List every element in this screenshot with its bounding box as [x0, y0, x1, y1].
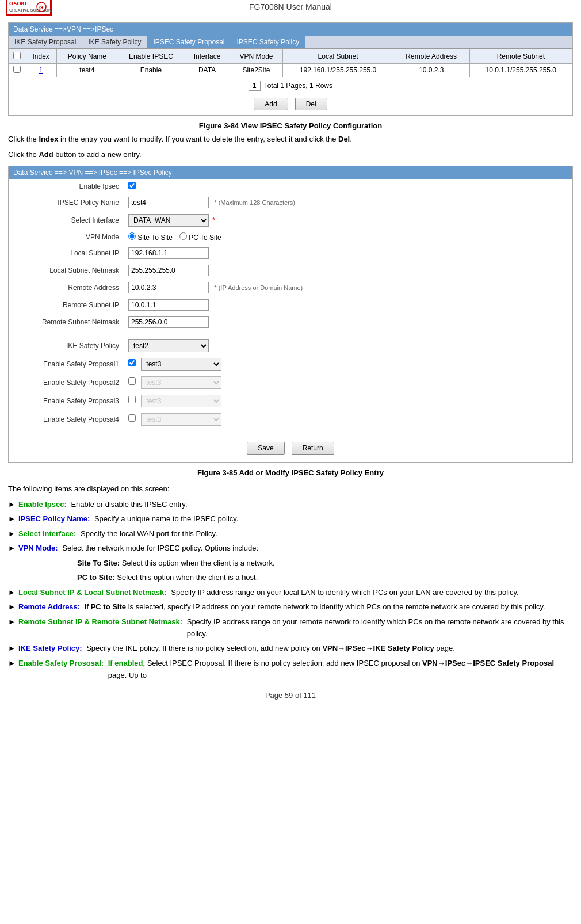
desc-val-select-interface: Specify the local WAN port for this Poli… [81, 528, 217, 540]
enable-ipsec-label: Enable Ipsec [9, 179, 124, 194]
remote-subnet-netmask-input[interactable] [128, 316, 209, 328]
ipsec-policy-table: Index Policy Name Enable IPSEC Interface… [9, 49, 572, 77]
del-bold: Del [338, 135, 350, 143]
desc-key-remote-address: Remote Address: [18, 601, 80, 613]
desc-val-ike-safety-policy: Specify the IKE policy. If there is no p… [86, 642, 455, 654]
desc-arrow-9: ► [8, 657, 18, 682]
site-to-site-bold: Site To Site: [77, 559, 120, 567]
enable-safety-proposal1-dropdown[interactable]: test3 [141, 358, 221, 371]
page-header: GAOKE CREATIVE SOLUTION G FG7008N User M… [0, 0, 581, 14]
vpn-mode-pc-to-site-label[interactable]: PC To Site [179, 232, 221, 242]
vpn-ipsec-ike-bold: VPN→IPSec→IKE Safety Policy [322, 644, 434, 652]
local-subnet-netmask-input[interactable] [128, 265, 209, 276]
tab-ipsec-safety-proposal[interactable]: IPSEC Safety Proposal [147, 36, 231, 48]
row-enable-ipsec: Enable [117, 64, 185, 77]
desc-item-enable-safety-prososal: ► Enable Safety Prososal: If enabled, Se… [8, 657, 573, 682]
return-button[interactable]: Return [292, 442, 334, 455]
col-checkbox [9, 49, 25, 64]
vpn-ipsec-proposal-bold: VPN→IPSec→IPSEC Safety Proposal [422, 659, 554, 667]
top-panel-banner: Data Service ==>VPN ==>IPSec [9, 23, 572, 36]
field-enable-safety-proposal3: Enable Safety Proposal3 test3 [9, 392, 572, 410]
form-buttons-cell: Save Return [9, 434, 572, 462]
tab-ipsec-safety-policy[interactable]: IPSEC Safety Policy [231, 36, 306, 48]
desc-val-remote-subnet: Specify IP address range on your remote … [187, 616, 573, 640]
row-select-checkbox[interactable] [13, 66, 21, 73]
table-row: 1 test4 Enable DATA Site2Site 192.168.1/… [9, 64, 572, 77]
row-vpn-mode: Site2Site [230, 64, 283, 77]
vpn-mode-pc-to-site-text: PC To Site [189, 234, 221, 242]
desc-val-local-subnet: Specify IP address range on your local L… [171, 586, 518, 598]
desc-arrow-4: ► [8, 542, 18, 554]
enable-safety-proposal4-cell: test3 [124, 410, 572, 429]
remote-subnet-netmask-label: Remote Subnet Netmask [9, 314, 124, 331]
enable-safety-proposal4-checkbox[interactable] [128, 414, 136, 422]
row-local-subnet: 192.168.1/255.255.255.0 [283, 64, 393, 77]
pagination-row: 1 Total 1 Pages, 1 Rows [9, 77, 572, 94]
field-ipsec-policy-name: IPSEC Policy Name * (Maximum 128 Charact… [9, 194, 572, 211]
local-subnet-ip-cell [124, 245, 572, 262]
enable-safety-proposal3-checkbox[interactable] [128, 396, 136, 403]
field-enable-safety-proposal4: Enable Safety Proposal4 test3 [9, 410, 572, 429]
select-interface-dropdown[interactable]: DATA_WAN [128, 214, 209, 227]
enable-safety-proposal1-checkbox[interactable] [128, 359, 136, 366]
enable-ipsec-value [124, 179, 572, 194]
vpn-mode-site-to-site-text: Site To Site [137, 234, 172, 242]
enable-safety-proposal2-dropdown[interactable]: test3 [141, 376, 221, 389]
tab-ike-safety-policy[interactable]: IKE Safety Policy [82, 36, 147, 48]
ipsec-policy-name-input[interactable] [128, 197, 209, 208]
figure85-title: Figure 3-85 Add or Modify IPSEC Safety P… [197, 468, 384, 477]
desc-item-site-to-site: Site To Site: Select this option when th… [8, 557, 573, 569]
enable-safety-proposal3-dropdown[interactable]: test3 [141, 395, 221, 407]
field-spacer2 [9, 429, 572, 434]
col-interface: Interface [185, 49, 230, 64]
row-policy-name: test4 [57, 64, 117, 77]
ike-safety-policy-cell: test2 [124, 337, 572, 355]
remote-address-cell: * (IP Address or Domain Name) [124, 279, 572, 296]
remote-subnet-ip-input[interactable] [128, 299, 209, 311]
vpn-mode-pc-to-site-radio[interactable] [179, 232, 187, 240]
page-number: 1 [249, 81, 261, 91]
enable-safety-proposal4-dropdown[interactable]: test3 [141, 413, 221, 426]
select-all-checkbox[interactable] [13, 52, 21, 59]
local-subnet-ip-input[interactable] [128, 247, 209, 259]
remote-address-input[interactable] [128, 282, 209, 293]
remote-address-hint: * (IP Address or Domain Name) [214, 284, 303, 291]
if-enabled-text: If enabled, [108, 659, 145, 667]
row-index: 1 [25, 64, 57, 77]
tab-ike-safety-proposal[interactable]: IKE Safety Proposal [9, 36, 82, 48]
desc-val-ipsec-policy-name: Specify a unique name to the IPSEC polic… [94, 513, 239, 525]
select-interface-label: Select Interface [9, 211, 124, 230]
ike-safety-policy-dropdown[interactable]: test2 [128, 339, 209, 352]
enable-safety-proposal3-label: Enable Safety Proposal3 [9, 392, 124, 410]
pagination-text: Total 1 Pages, 1 Rows [264, 82, 332, 90]
col-index: Index [25, 49, 57, 64]
tab-bar: IKE Safety Proposal IKE Safety Policy IP… [9, 36, 572, 49]
vpn-mode-site-to-site-radio[interactable] [128, 232, 136, 240]
desc-key-local-subnet: Local Subnet IP & Local Subnet Netmask: [18, 586, 167, 598]
form-table: Enable Ipsec IPSEC Policy Name * (Maximu… [9, 179, 572, 462]
ipsec-policy-name-label: IPSEC Policy Name [9, 194, 124, 211]
field-ike-safety-policy: IKE Safety Policy test2 [9, 337, 572, 355]
desc-val-pc-to-site: PC to Site: Select this option when the … [77, 571, 258, 583]
row-interface: DATA [185, 64, 230, 77]
enable-safety-proposal2-label: Enable Safety Proposal2 [9, 373, 124, 392]
desc-arrow-8: ► [8, 642, 18, 654]
vpn-mode-site-to-site-label[interactable]: Site To Site [128, 232, 173, 242]
index-link[interactable]: 1 [39, 66, 43, 74]
logo-area: GAOKE CREATIVE SOLUTION G [6, 0, 52, 16]
enable-safety-proposal2-cell: test3 [124, 373, 572, 392]
figure84-title: Figure 3-84 View IPSEC Safety Policy Con… [199, 121, 382, 130]
desc-val-remote-address: If PC to Site is selected, specify IP ad… [85, 601, 545, 613]
enable-safety-proposal2-checkbox[interactable] [128, 377, 136, 385]
enable-ipsec-checkbox[interactable] [128, 182, 136, 189]
field-spacer1 [9, 331, 572, 337]
desc-key-ike-safety-policy: IKE Safety Policy: [18, 642, 82, 654]
description-section: The following items are displayed on thi… [8, 483, 573, 682]
desc-item-select-interface: ► Select Interface: Specify the local WA… [8, 528, 573, 540]
select-interface-cell: DATA_WAN * [124, 211, 572, 230]
save-button[interactable]: Save [247, 442, 284, 455]
del-button[interactable]: Del [295, 98, 327, 110]
field-enable-ipsec: Enable Ipsec [9, 179, 572, 194]
desc-arrow-5: ► [8, 586, 18, 598]
add-button[interactable]: Add [254, 98, 288, 110]
